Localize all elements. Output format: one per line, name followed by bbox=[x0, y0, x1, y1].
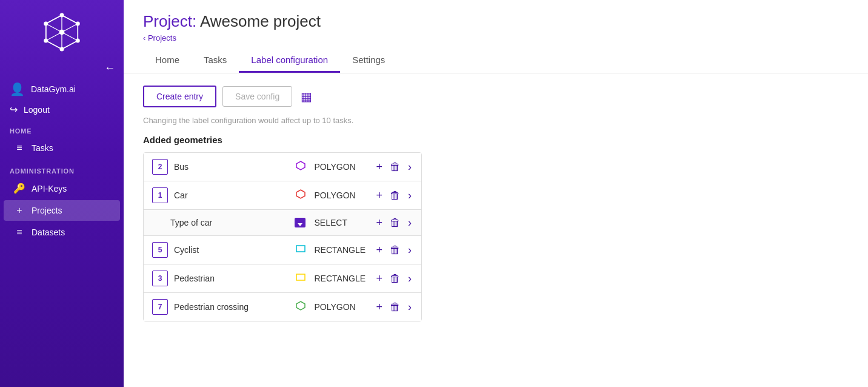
polygon-icon bbox=[296, 189, 305, 201]
user-name: DataGym.ai bbox=[31, 84, 76, 94]
geo-actions: + 🗑 › bbox=[375, 216, 413, 229]
svg-marker-21 bbox=[296, 301, 305, 310]
geo-actions: + 🗑 › bbox=[375, 243, 413, 257]
svg-rect-19 bbox=[296, 246, 305, 252]
logout-label: Logout bbox=[24, 105, 50, 115]
expand-button[interactable]: › bbox=[407, 216, 413, 229]
geo-name: Pedestrian crossing bbox=[174, 302, 290, 312]
sidebar-item-tasks-label: Tasks bbox=[32, 143, 53, 153]
table-row: 7 Pedestrian crossing POLYGON + 🗑 › bbox=[144, 293, 421, 321]
content-area: Create entry Save config ▦ Changing the … bbox=[124, 73, 868, 387]
sidebar-item-api-keys[interactable]: 🔑 API-Keys bbox=[4, 178, 120, 199]
geo-name: Car bbox=[174, 190, 290, 200]
geo-actions: + 🗑 › bbox=[375, 189, 413, 202]
save-config-button[interactable]: Save config bbox=[222, 86, 292, 107]
sidebar-item-tasks[interactable]: ≡ Tasks bbox=[4, 138, 120, 158]
svg-line-13 bbox=[46, 24, 62, 32]
geo-id: 3 bbox=[152, 271, 168, 286]
nav-tabs: Home Tasks Label configuration Settings bbox=[143, 49, 849, 73]
tasks-icon: ≡ bbox=[13, 143, 25, 153]
svg-line-12 bbox=[46, 32, 62, 41]
tab-home[interactable]: Home bbox=[143, 49, 192, 73]
geo-type: POLYGON bbox=[314, 302, 369, 312]
add-button[interactable]: + bbox=[375, 272, 384, 285]
geo-name: Cyclist bbox=[174, 245, 290, 255]
geo-type: POLYGON bbox=[314, 190, 369, 200]
geo-actions: + 🗑 › bbox=[375, 160, 413, 173]
expand-button[interactable]: › bbox=[407, 300, 413, 314]
sidebar: ← 👤 DataGym.ai ↪ Logout HOME ≡ Tasks ADM… bbox=[0, 0, 124, 387]
expand-button[interactable]: › bbox=[407, 272, 413, 285]
table-row: 3 Pedestrian RECTANGLE + 🗑 › bbox=[144, 264, 421, 293]
main-content: Project: Awesome project ‹ Projects Home… bbox=[124, 0, 868, 387]
collapse-button[interactable]: ← bbox=[104, 62, 115, 75]
expand-button[interactable]: › bbox=[407, 160, 413, 173]
delete-button[interactable]: 🗑 bbox=[389, 160, 402, 173]
geo-type: POLYGON bbox=[314, 162, 369, 172]
polygon-icon bbox=[296, 301, 305, 313]
create-entry-button[interactable]: Create entry bbox=[143, 86, 216, 107]
delete-button[interactable]: 🗑 bbox=[389, 189, 402, 202]
add-button[interactable]: + bbox=[375, 243, 384, 257]
list-view-button[interactable]: ▦ bbox=[298, 87, 315, 106]
page-title: Project: Awesome project bbox=[143, 12, 849, 31]
section-title: Added geometries bbox=[143, 135, 849, 145]
delete-button[interactable]: 🗑 bbox=[389, 216, 402, 229]
toolbar: Create entry Save config ▦ bbox=[143, 86, 849, 107]
logo bbox=[0, 0, 124, 59]
geometries-table: 2 Bus POLYGON + 🗑 › 1 Car bbox=[143, 152, 422, 321]
sidebar-item-api-label: API-Keys bbox=[32, 184, 67, 194]
table-row: 2 Bus POLYGON + 🗑 › bbox=[144, 153, 421, 181]
polygon-icon bbox=[296, 161, 305, 173]
project-label: Project: bbox=[143, 12, 196, 30]
geo-name: Bus bbox=[174, 162, 290, 172]
sidebar-collapse[interactable]: ← bbox=[0, 59, 124, 78]
add-button[interactable]: + bbox=[375, 189, 384, 202]
user-icon: 👤 bbox=[10, 82, 25, 96]
svg-marker-18 bbox=[296, 190, 305, 198]
geo-type: SELECT bbox=[314, 218, 369, 227]
breadcrumb[interactable]: ‹ Projects bbox=[143, 33, 849, 42]
tab-label-config[interactable]: Label configuration bbox=[239, 49, 340, 73]
select-icon bbox=[295, 218, 305, 227]
geo-actions: + 🗑 › bbox=[375, 300, 413, 314]
delete-button[interactable]: 🗑 bbox=[389, 300, 402, 314]
svg-line-10 bbox=[62, 32, 78, 41]
sidebar-item-datasets-label: Datasets bbox=[32, 227, 65, 237]
geo-name: Pedestrian bbox=[174, 274, 290, 283]
add-button[interactable]: + bbox=[375, 160, 384, 173]
tab-settings[interactable]: Settings bbox=[340, 49, 397, 73]
list-icon: ▦ bbox=[301, 90, 312, 103]
table-row: 5 Cyclist RECTANGLE + 🗑 › bbox=[144, 236, 421, 264]
key-icon: 🔑 bbox=[13, 183, 25, 194]
delete-button[interactable]: 🗑 bbox=[389, 272, 402, 285]
expand-button[interactable]: › bbox=[407, 243, 413, 257]
geo-id: 2 bbox=[152, 159, 168, 175]
logout-item[interactable]: ↪ Logout bbox=[0, 100, 124, 119]
geo-id: 5 bbox=[152, 242, 168, 258]
table-row: 1 Car POLYGON + 🗑 › bbox=[144, 181, 421, 210]
rectangle-icon bbox=[296, 272, 305, 284]
add-button[interactable]: + bbox=[375, 300, 384, 314]
add-button[interactable]: + bbox=[375, 216, 384, 229]
hint-text: Changing the label configuration would a… bbox=[143, 116, 849, 125]
svg-line-15 bbox=[62, 15, 78, 24]
sidebar-item-datasets[interactable]: ≡ Datasets bbox=[4, 222, 120, 243]
sidebar-item-projects[interactable]: + Projects bbox=[4, 200, 120, 221]
tab-tasks[interactable]: Tasks bbox=[192, 49, 239, 73]
svg-line-9 bbox=[62, 24, 78, 32]
user-info: 👤 DataGym.ai bbox=[0, 78, 124, 100]
logout-icon: ↪ bbox=[10, 104, 18, 115]
rectangle-icon bbox=[296, 244, 305, 256]
geo-name: Type of car bbox=[170, 218, 289, 227]
geo-id: 7 bbox=[152, 299, 168, 315]
project-name: Awesome project bbox=[200, 12, 321, 30]
delete-button[interactable]: 🗑 bbox=[389, 243, 402, 257]
expand-button[interactable]: › bbox=[407, 189, 413, 202]
plus-icon: + bbox=[13, 205, 25, 216]
svg-line-14 bbox=[46, 15, 62, 24]
home-section-label: HOME bbox=[0, 119, 124, 137]
table-row-child: Type of car SELECT + 🗑 › bbox=[144, 210, 421, 236]
geo-actions: + 🗑 › bbox=[375, 272, 413, 285]
geo-type: RECTANGLE bbox=[314, 245, 369, 255]
